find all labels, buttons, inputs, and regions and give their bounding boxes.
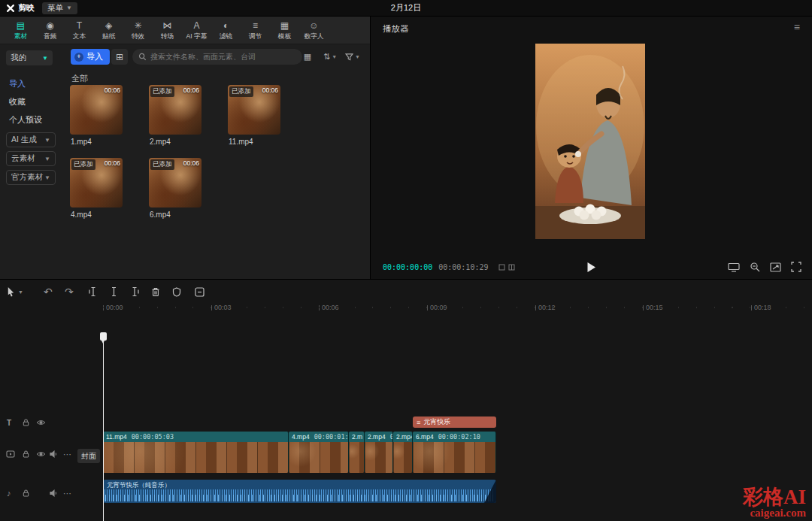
text-clip[interactable]: ≡ 元宵快乐 [413, 416, 496, 428]
video-clip[interactable]: 2.mp4 [393, 432, 413, 473]
plus-icon: + [74, 53, 83, 62]
filter-icon[interactable]: ▼ [344, 49, 361, 65]
player-title: 播放器 [383, 23, 409, 35]
video-clip[interactable]: 4.mp4 00:00:01:19 [289, 432, 349, 473]
lock-icon[interactable] [22, 489, 30, 498]
sidebar-item[interactable]: 收藏 [0, 92, 65, 111]
track-more-icon[interactable]: ⋯ [63, 489, 72, 498]
media-tab[interactable]: ☺ 数字人 [299, 21, 329, 40]
media-clip[interactable]: 已添加 00:06 2.mp4 [149, 85, 228, 146]
playhead-handle[interactable] [100, 332, 107, 341]
media-tab[interactable]: ◉ 音频 [35, 21, 65, 40]
frame-grid-icon[interactable] [508, 264, 515, 271]
split-icon[interactable] [107, 285, 120, 298]
clip-duration: 00:06 [262, 86, 278, 94]
video-clip-filmstrip [413, 442, 495, 473]
media-tabstrip: ▤ 素材 ◉ 音频 T 文本 ◈ 贴纸 ✳ 特效 [0, 17, 370, 44]
media-tab[interactable]: A AI 字幕 [182, 21, 211, 40]
frame-marker-icon[interactable] [498, 264, 505, 271]
fullscreen-icon[interactable] [791, 262, 801, 272]
hamburger-icon[interactable]: ≡ [794, 21, 800, 33]
clip-duration: 00:06 [183, 159, 199, 167]
trim-left-icon[interactable] [86, 285, 99, 298]
sidebar-dropdown[interactable]: 官方素材▼ [6, 170, 56, 185]
import-mode-icon[interactable]: ⊞ [111, 49, 128, 65]
video-clip-name: 2.mp4 [368, 433, 386, 441]
video-clip[interactable]: 2.m [349, 432, 365, 473]
ruler-mark: 00:03 [211, 302, 232, 313]
timeline-ruler[interactable]: 00:00 00:03 00:06 00:09 00:12 00:15 00 [0, 302, 812, 313]
text-clip-label: 元宵快乐 [423, 417, 450, 427]
video-clip-header: 2.m [349, 432, 364, 442]
added-badge: 已添加 [150, 159, 174, 170]
ratio-icon[interactable] [770, 262, 781, 272]
media-clip-thumbnail: 已添加 00:06 [149, 158, 201, 207]
mute-icon[interactable] [50, 489, 58, 498]
video-clip[interactable]: 2.mp4 00 [365, 432, 393, 473]
video-clip-name: 6.mp4 [416, 433, 434, 441]
video-clip-filmstrip [103, 442, 288, 473]
media-clip[interactable]: 00:06 1.mp4 [70, 85, 149, 146]
sidebar-dropdown[interactable]: AI 生成▼ [6, 132, 56, 147]
media-clip[interactable]: 已添加 00:06 6.mp4 [149, 158, 228, 219]
playhead[interactable] [103, 332, 104, 521]
added-badge: 已添加 [71, 159, 95, 170]
media-tab-label: 文本 [66, 32, 93, 39]
chevron-down-icon: ▼ [18, 289, 23, 295]
video-clip-duration: 00 [390, 433, 392, 441]
top-bar: 剪映 菜单▼ 2月12日 [0, 0, 812, 17]
video-preview[interactable] [535, 44, 645, 239]
library-filter-label[interactable]: 全部 [71, 73, 88, 84]
mask-icon[interactable] [170, 285, 183, 298]
media-tab[interactable]: ▤ 素材 [6, 21, 35, 40]
video-clip-header: 2.mp4 00 [365, 432, 392, 442]
search-bar[interactable] [132, 49, 302, 65]
project-title: 2月12日 [0, 2, 812, 14]
media-tab-label: 数字人 [301, 32, 328, 39]
media-tab[interactable]: ◐ 滤镜 [211, 21, 241, 40]
media-clip[interactable]: 已添加 00:06 4.mp4 [70, 158, 149, 219]
media-tab-icon: ◈ [94, 21, 123, 32]
mirror-preview-icon[interactable] [728, 262, 740, 272]
sort-icon[interactable]: ⇅▼ [322, 49, 338, 65]
media-tab[interactable]: ▦ 模板 [270, 21, 299, 40]
import-button[interactable]: + 导入 [71, 49, 110, 65]
audio-clip[interactable]: 元宵节快乐（纯音乐） [103, 480, 496, 503]
sidebar-dropdown[interactable]: 云素材▼ [6, 151, 56, 166]
trim-right-icon[interactable] [128, 285, 141, 298]
my-collection-dropdown[interactable]: 我的▼ [6, 50, 53, 65]
video-clip-header: 6.mp4 00:00:02:10 [413, 432, 495, 442]
delete-icon[interactable] [149, 285, 162, 298]
zoom-icon[interactable] [750, 262, 760, 272]
select-tool-button[interactable]: ▼ [6, 285, 23, 298]
media-tab[interactable]: ⋈ 转场 [153, 21, 182, 40]
grid-view-icon[interactable]: ▦ [299, 49, 316, 65]
redo-icon[interactable]: ↷ [65, 285, 74, 298]
eye-icon[interactable] [36, 419, 46, 426]
clip-filename: 2.mp4 [149, 138, 228, 146]
tracks-area[interactable]: T ⋯ [0, 313, 812, 521]
media-tab[interactable]: ≡ 调节 [241, 21, 270, 40]
sidebar-item[interactable]: 导入 [0, 74, 65, 92]
media-tab-label: 贴纸 [95, 32, 123, 39]
media-tab[interactable]: ◈ 贴纸 [94, 21, 123, 40]
media-clip[interactable]: 已添加 00:06 11.mp4 [228, 85, 307, 146]
video-clip-filmstrip [289, 442, 348, 473]
audio-fade-handle[interactable] [484, 480, 496, 503]
lock-icon[interactable] [22, 418, 30, 426]
search-input[interactable] [150, 53, 296, 61]
video-clip-name: 2.mp4 [396, 433, 412, 441]
media-tab[interactable]: T 文本 [65, 21, 94, 40]
video-clip[interactable]: 11.mp4 00:00:05:03 [103, 432, 289, 473]
video-clip[interactable]: 6.mp4 00:00:02:10 [413, 432, 496, 473]
sidebar-item[interactable]: 个人预设 [0, 111, 65, 129]
watermark: 彩格AI caigeai.com [743, 486, 806, 519]
audio-clip-label: 元宵节快乐（纯音乐） [103, 480, 496, 490]
media-tab-label: 调节 [242, 32, 269, 39]
media-tab-label: 转场 [154, 32, 181, 39]
media-tab[interactable]: ✳ 特效 [123, 21, 153, 40]
overlay-frame-icon[interactable] [192, 285, 206, 298]
media-tab-icon: ▤ [6, 21, 35, 32]
play-button[interactable] [582, 257, 601, 277]
undo-icon[interactable]: ↶ [44, 285, 53, 298]
